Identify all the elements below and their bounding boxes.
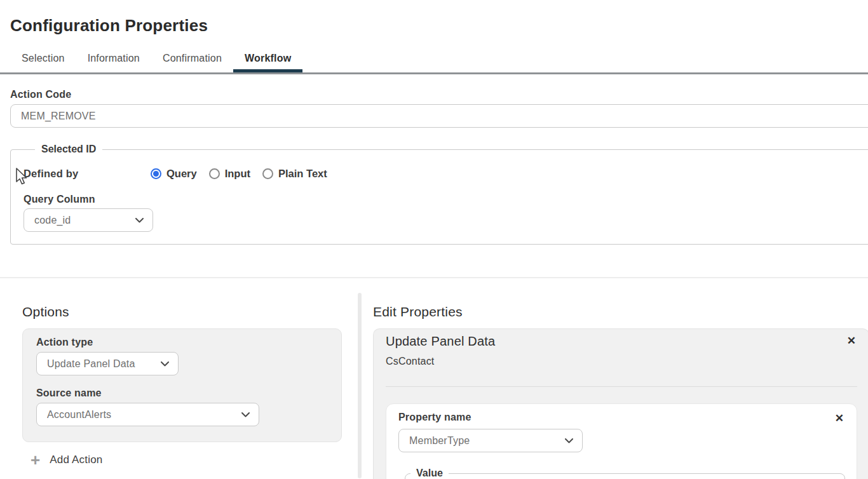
property-name-select-value: MemberType <box>409 435 470 447</box>
radio-option-plain-text[interactable]: Plain Text <box>262 168 327 180</box>
tab-confirmation[interactable]: Confirmation <box>151 47 233 72</box>
action-type-select-value: Update Panel Data <box>47 358 135 370</box>
radio-icon <box>262 168 273 179</box>
tab-selection[interactable]: Selection <box>10 47 76 72</box>
action-type-select[interactable]: Update Panel Data <box>36 352 179 375</box>
radio-option-query[interactable]: Query <box>151 168 197 180</box>
chevron-down-icon <box>161 361 169 367</box>
property-card: Property name ✕ MemberType Value <box>386 403 857 479</box>
options-column: Options Action type Update Panel Data So… <box>0 278 358 478</box>
action-type-label: Action type <box>36 337 329 348</box>
tab-bar: Selection Information Confirmation Workf… <box>0 47 868 74</box>
options-heading: Options <box>22 304 358 320</box>
edit-properties-column: Edit Properties Update Panel Data ✕ CsCo… <box>362 278 868 478</box>
value-fieldset: Value <box>405 468 845 479</box>
query-column-label: Query Column <box>24 194 868 205</box>
page-title: Configuration Properties <box>10 16 868 36</box>
card-subtitle: CsContact <box>386 356 857 367</box>
radio-label: Input <box>225 168 250 180</box>
card-title: Update Panel Data <box>386 334 495 349</box>
radio-option-input[interactable]: Input <box>209 168 250 180</box>
query-column-select[interactable]: code_id <box>24 208 153 232</box>
radio-icon <box>151 168 161 179</box>
source-name-select[interactable]: AccountAlerts <box>36 403 259 426</box>
property-name-select[interactable]: MemberType <box>398 429 583 452</box>
chevron-down-icon <box>241 412 250 417</box>
value-legend: Value <box>410 468 449 479</box>
property-card-header: Property name ✕ <box>398 412 845 425</box>
defined-by-radio-group: Query Input Plain Text <box>151 168 327 180</box>
source-name-select-value: AccountAlerts <box>47 409 111 421</box>
plus-icon: + <box>31 453 40 467</box>
query-column-select-value: code_id <box>34 215 71 226</box>
selected-id-fieldset: Selected ID Defined by Query Input Plain… <box>10 144 868 245</box>
property-name-label: Property name <box>398 412 471 423</box>
close-icon[interactable]: ✕ <box>834 412 845 425</box>
defined-by-row: Defined by Query Input Plain Text <box>24 168 868 180</box>
configuration-properties-page: Configuration Properties Selection Infor… <box>0 0 868 479</box>
chevron-down-icon <box>135 218 144 223</box>
tab-workflow[interactable]: Workflow <box>233 47 302 72</box>
radio-icon <box>209 168 220 179</box>
chevron-down-icon <box>565 438 573 443</box>
action-code-label: Action Code <box>10 89 868 100</box>
card-header: Update Panel Data ✕ <box>386 334 857 349</box>
radio-label: Query <box>166 168 197 180</box>
add-action-button[interactable]: + Add Action <box>22 453 358 467</box>
card-divider <box>386 386 857 387</box>
edit-properties-heading: Edit Properties <box>373 304 868 320</box>
action-options-card: Action type Update Panel Data Source nam… <box>22 328 342 442</box>
add-action-label: Add Action <box>50 454 102 466</box>
tab-information[interactable]: Information <box>76 47 151 72</box>
defined-by-label: Defined by <box>24 168 151 180</box>
workflow-columns: Options Action type Update Panel Data So… <box>0 278 868 478</box>
selected-id-legend: Selected ID <box>35 144 102 155</box>
action-code-input[interactable] <box>10 104 868 128</box>
close-icon[interactable]: ✕ <box>846 334 857 347</box>
update-panel-data-card: Update Panel Data ✕ CsContact Property n… <box>373 328 868 479</box>
source-name-label: Source name <box>36 388 329 399</box>
radio-label: Plain Text <box>278 168 327 180</box>
